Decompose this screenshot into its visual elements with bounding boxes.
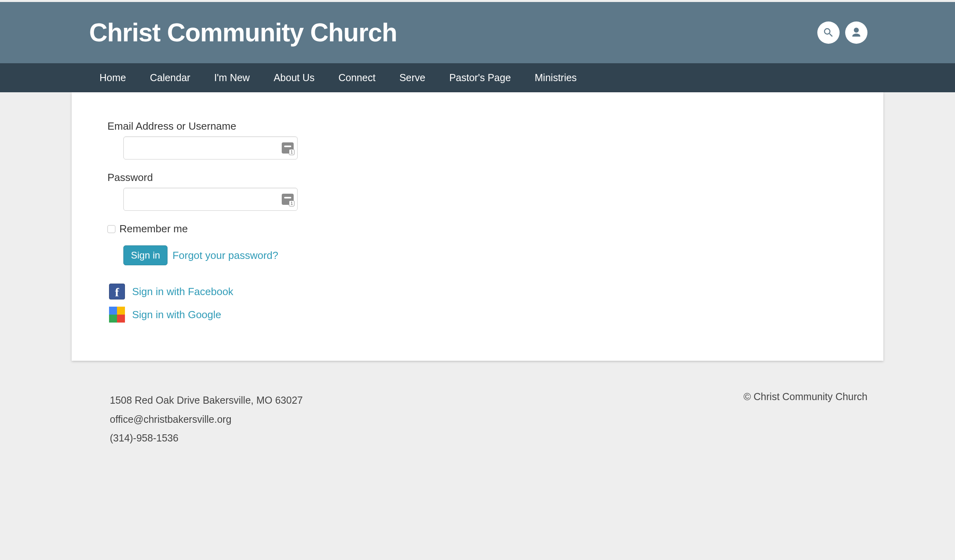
facebook-icon: f bbox=[109, 284, 125, 299]
username-input[interactable] bbox=[123, 136, 298, 159]
nav-item-calendar[interactable]: Calendar bbox=[138, 63, 202, 92]
user-icon bbox=[850, 27, 862, 39]
site-title: Christ Community Church bbox=[88, 18, 397, 47]
account-button[interactable] bbox=[845, 21, 867, 44]
facebook-signin[interactable]: f Sign in with Facebook bbox=[109, 281, 863, 302]
password-label: Password bbox=[107, 171, 863, 184]
site-footer: 1508 Red Oak Drive Bakersville, MO 63027… bbox=[0, 377, 955, 480]
nav-item-ministries[interactable]: Ministries bbox=[523, 63, 589, 92]
footer-address: 1508 Red Oak Drive Bakersville, MO 63027 bbox=[110, 391, 303, 410]
main-nav: Home Calendar I'm New About Us Connect S… bbox=[0, 63, 955, 92]
search-icon bbox=[822, 27, 834, 39]
nav-item-connect[interactable]: Connect bbox=[327, 63, 388, 92]
password-input[interactable] bbox=[123, 188, 298, 211]
facebook-signin-label: Sign in with Facebook bbox=[132, 286, 233, 298]
username-label: Email Address or Username bbox=[107, 120, 863, 132]
nav-item-serve[interactable]: Serve bbox=[388, 63, 437, 92]
nav-item-pastors-page[interactable]: Pastor's Page bbox=[437, 63, 523, 92]
forgot-password-link[interactable]: Forgot your password? bbox=[172, 249, 278, 262]
login-card: Email Address or Username Password Remem… bbox=[72, 92, 883, 361]
google-icon bbox=[109, 307, 125, 323]
nav-item-im-new[interactable]: I'm New bbox=[202, 63, 262, 92]
footer-phone: (314)-958-1536 bbox=[110, 429, 303, 448]
sign-in-button[interactable]: Sign in bbox=[123, 245, 168, 265]
search-button[interactable] bbox=[817, 21, 840, 44]
google-signin-label: Sign in with Google bbox=[132, 309, 221, 321]
remember-label: Remember me bbox=[119, 223, 188, 235]
google-signin[interactable]: Sign in with Google bbox=[109, 304, 863, 325]
footer-copyright: © Christ Community Church bbox=[743, 391, 867, 402]
autofill-icon bbox=[282, 142, 294, 154]
autofill-icon bbox=[282, 194, 294, 205]
remember-checkbox[interactable] bbox=[107, 225, 115, 233]
header-actions bbox=[817, 21, 867, 44]
footer-email[interactable]: office@christbakersville.org bbox=[110, 410, 303, 429]
site-header: Christ Community Church bbox=[0, 2, 955, 63]
nav-item-home[interactable]: Home bbox=[88, 63, 138, 92]
nav-item-about-us[interactable]: About Us bbox=[262, 63, 327, 92]
